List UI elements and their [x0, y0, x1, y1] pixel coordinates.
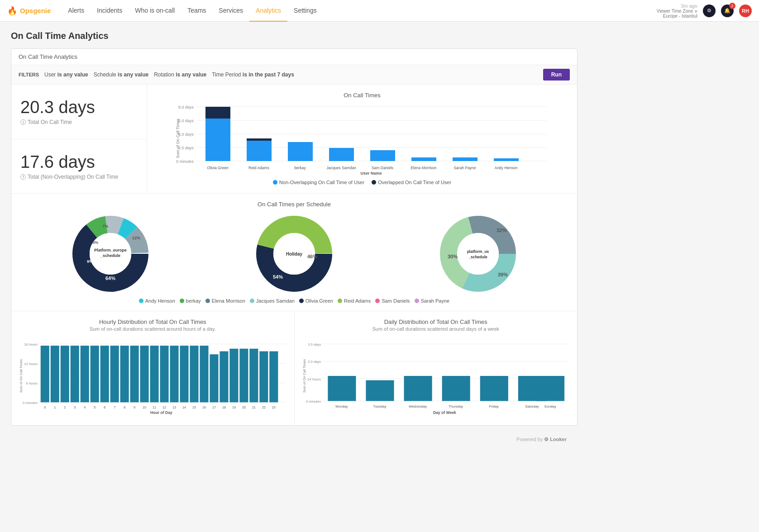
- legend-berkay: berkay: [180, 298, 201, 304]
- dot-sarah: [415, 299, 419, 303]
- svg-text:Sum of On Call Times: Sum of On Call Times: [176, 119, 180, 158]
- dot-reid: [338, 299, 342, 303]
- powered-by: Powered by: [516, 437, 544, 442]
- svg-text:4: 4: [84, 406, 86, 409]
- svg-rect-80: [170, 346, 178, 402]
- daily-title: Daily Distribution of Total On Call Time…: [302, 318, 570, 325]
- legend-dot-overlap: [372, 180, 376, 185]
- stats-left: 20.3 days ℹ Total On Call Time 17.6 days…: [11, 85, 147, 193]
- legend-label-overlap: Overlapped On Call Time of User: [378, 180, 451, 185]
- legend-jacques: Jacques Samdan: [250, 298, 295, 304]
- svg-text:0 minutes: 0 minutes: [176, 159, 194, 164]
- donut-platform-us: platform_us _schedule 32% 39% 30%: [433, 213, 523, 294]
- svg-text:32%: 32%: [496, 228, 506, 233]
- stats-chart-row: 20.3 days ℹ Total On Call Time 17.6 days…: [11, 85, 577, 193]
- svg-text:9%: 9%: [87, 259, 93, 264]
- svg-text:16: 16: [202, 406, 206, 409]
- nav-who-is-oncall[interactable]: Who is on-call: [129, 0, 181, 22]
- svg-rect-71: [81, 346, 89, 402]
- bar-chart-title: On Call Times: [154, 92, 570, 99]
- svg-rect-74: [110, 346, 119, 402]
- svg-text:0: 0: [44, 406, 46, 409]
- svg-point-52: [457, 233, 499, 275]
- svg-rect-16: [370, 150, 395, 161]
- nav-teams[interactable]: Teams: [181, 0, 212, 22]
- svg-text:Reid Adams: Reid Adams: [248, 166, 269, 170]
- user-avatar[interactable]: RH: [739, 5, 752, 17]
- hourly-chart-svg: 18 hours 12 hours 6 hours 0 minutes Sum …: [19, 335, 287, 417]
- svg-rect-89: [259, 352, 268, 403]
- svg-rect-126: [366, 380, 394, 401]
- svg-rect-67: [41, 346, 49, 402]
- svg-text:30%: 30%: [448, 254, 458, 259]
- logo[interactable]: 🔥 Opsgenie: [7, 6, 51, 16]
- notifications-btn[interactable]: 🔔 2: [721, 5, 734, 17]
- svg-text:Monday: Monday: [335, 404, 348, 408]
- svg-text:Holiday: Holiday: [286, 252, 303, 256]
- svg-text:Jacques Samdan: Jacques Samdan: [326, 166, 356, 170]
- svg-text:18 hours: 18 hours: [24, 342, 38, 347]
- svg-text:39%: 39%: [498, 272, 508, 277]
- legend-sam: Sam Daniels: [375, 298, 410, 304]
- nav-settings[interactable]: Settings: [287, 0, 323, 22]
- analytics-card: On Call Time Analytics FILTERS User is a…: [11, 48, 578, 426]
- non-overlapping-stat: 17.6 days ℹ Total (Non-Overlapping) On C…: [11, 139, 147, 194]
- svg-text:14: 14: [182, 406, 186, 409]
- svg-rect-127: [404, 376, 432, 401]
- label-elena: Elena Morrison: [212, 298, 245, 304]
- donut-svg-holiday: Holiday 54% 46%: [249, 213, 339, 294]
- svg-text:2.0 days: 2.0 days: [308, 360, 321, 364]
- svg-text:6 hours: 6 hours: [26, 381, 38, 385]
- svg-text:3: 3: [74, 406, 76, 409]
- label-andy: Andy Henson: [145, 298, 175, 304]
- legend-label-non-overlap: Non-Overlapping On Call Time of User: [279, 180, 364, 185]
- bar-legend: Non-Overlapping On Call Time of User Ove…: [154, 180, 570, 185]
- svg-rect-10: [205, 119, 230, 161]
- filter-rotation: Rotation is any value: [154, 71, 206, 78]
- svg-text:Sum of On Call Times: Sum of On Call Times: [302, 359, 306, 393]
- legend-sarah: Sarah Payne: [415, 298, 450, 304]
- donut-svg-us: platform_us _schedule 32% 39% 30%: [433, 213, 523, 294]
- nav-services[interactable]: Services: [212, 0, 249, 22]
- svg-text:13: 13: [172, 406, 176, 409]
- svg-text:23: 23: [272, 406, 276, 409]
- nav-incidents[interactable]: Incidents: [91, 0, 129, 22]
- svg-text:15: 15: [192, 406, 196, 409]
- legend-andy: Andy Henson: [139, 298, 175, 304]
- label-reid: Reid Adams: [344, 298, 371, 304]
- svg-rect-85: [220, 352, 228, 403]
- svg-text:Sarah Payne: Sarah Payne: [453, 166, 476, 170]
- dot-sam: [375, 299, 380, 303]
- svg-text:berkay: berkay: [294, 166, 306, 170]
- svg-rect-88: [249, 349, 258, 403]
- svg-rect-86: [229, 349, 238, 403]
- info-icon-2: ℹ: [20, 174, 26, 180]
- hourly-title: Hourly Distribution of Total On Call Tim…: [19, 318, 287, 325]
- svg-text:Friday: Friday: [489, 404, 498, 408]
- nav-analytics[interactable]: Analytics: [249, 0, 287, 22]
- svg-text:10: 10: [143, 406, 146, 409]
- svg-rect-90: [269, 352, 278, 403]
- svg-rect-17: [411, 157, 436, 161]
- donut-holiday: Holiday 54% 46%: [249, 213, 339, 294]
- svg-text:Day of Week: Day of Week: [433, 410, 456, 415]
- svg-text:6: 6: [104, 406, 105, 409]
- svg-text:Olivia Green: Olivia Green: [207, 166, 229, 170]
- svg-rect-13: [247, 138, 272, 141]
- svg-text:17: 17: [212, 406, 216, 409]
- nav-alerts[interactable]: Alerts: [62, 0, 91, 22]
- svg-text:11: 11: [153, 406, 156, 409]
- svg-text:Sunday: Sunday: [544, 404, 556, 408]
- filters-label: FILTERS: [19, 72, 39, 77]
- filter-time-period: Time Period is in the past 7 days: [212, 71, 294, 78]
- donut-section: On Call Times per Schedule Platform_euro…: [11, 193, 577, 311]
- settings-icon-btn[interactable]: ⚙: [703, 5, 716, 17]
- svg-text:Hour of Day: Hour of Day: [150, 410, 172, 415]
- logo-text: Opsgenie: [20, 7, 51, 14]
- svg-rect-128: [442, 376, 470, 401]
- dot-andy: [139, 299, 143, 303]
- hourly-chart-container: Hourly Distribution of Total On Call Tim…: [11, 311, 295, 425]
- label-berkay: berkay: [186, 298, 201, 304]
- run-button[interactable]: Run: [543, 69, 570, 81]
- svg-text:9: 9: [134, 406, 135, 409]
